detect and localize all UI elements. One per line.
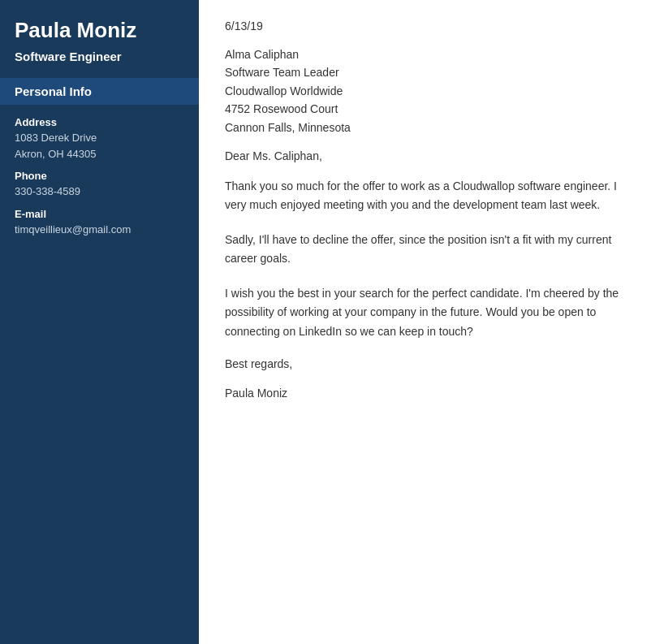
sidebar-info-section: Address 1083 Derek Drive Akron, OH 44305… (0, 116, 199, 237)
letter-main: 6/13/19 Alma Caliphan Software Team Lead… (199, 0, 664, 644)
phone-value: 330-338-4589 (15, 184, 184, 200)
letter-paragraph3: I wish you the best in your search for t… (225, 284, 638, 340)
recipient-address1: 4752 Rosewood Court (225, 100, 638, 118)
recipient-name: Alma Caliphan (225, 45, 638, 63)
address-line1: 1083 Derek Drive (15, 130, 184, 146)
letter-signature: Paula Moniz (225, 387, 638, 400)
letter-closing: Best regards, (225, 357, 638, 370)
sender-name: Paula Moniz (0, 0, 199, 50)
personal-info-header: Personal Info (0, 78, 199, 105)
letter-body: Thank you so much for the offer to work … (225, 177, 638, 341)
email-value: timqveillieux@gmail.com (15, 222, 184, 238)
recipient-title: Software Team Leader (225, 63, 638, 81)
sender-title: Software Engineer (0, 50, 199, 78)
letter-recipient: Alma Caliphan Software Team Leader Cloud… (225, 45, 638, 136)
sidebar: Paula Moniz Software Engineer Personal I… (0, 0, 199, 644)
letter-paragraph2: Sadly, I'll have to decline the offer, s… (225, 231, 638, 268)
address-label: Address (15, 116, 184, 128)
email-label: E-mail (15, 208, 184, 220)
letter-date: 6/13/19 (225, 19, 638, 32)
letter-paragraph1: Thank you so much for the offer to work … (225, 177, 638, 214)
recipient-company: Cloudwallop Worldwide (225, 82, 638, 100)
recipient-address2: Cannon Falls, Minnesota (225, 119, 638, 136)
letter-greeting: Dear Ms. Caliphan, (225, 149, 638, 162)
phone-label: Phone (15, 170, 184, 182)
address-line2: Akron, OH 44305 (15, 146, 184, 162)
